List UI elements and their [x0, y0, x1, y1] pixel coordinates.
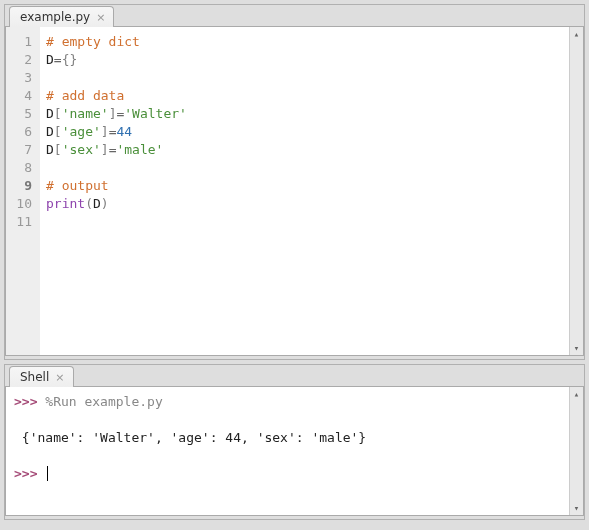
line-number: 5	[10, 105, 32, 123]
code-line: D['sex']='male'	[46, 141, 569, 159]
line-number: 1	[10, 33, 32, 51]
code-line: # add data	[46, 87, 569, 105]
line-number: 6	[10, 123, 32, 141]
editor-content: 1234567891011 # empty dictD={} # add dat…	[5, 26, 584, 356]
editor-tab-label: example.py	[20, 10, 90, 24]
editor-tab[interactable]: example.py ×	[9, 6, 114, 27]
shell-line: >>> %Run example.py	[14, 393, 569, 411]
close-icon[interactable]: ×	[96, 12, 105, 23]
line-number: 4	[10, 87, 32, 105]
line-number: 8	[10, 159, 32, 177]
line-number: 11	[10, 213, 32, 231]
close-icon[interactable]: ×	[55, 372, 64, 383]
scrollbar-up-icon[interactable]: ▴	[570, 387, 583, 401]
code-line: # output	[46, 177, 569, 195]
scrollbar-down-icon[interactable]: ▾	[570, 501, 583, 515]
code-line: print(D)	[46, 195, 569, 213]
code-line: D={}	[46, 51, 569, 69]
cursor	[47, 466, 48, 481]
editor-scrollbar[interactable]: ▴ ▾	[569, 27, 583, 355]
line-number: 3	[10, 69, 32, 87]
line-number: 9	[10, 177, 32, 195]
scrollbar-up-icon[interactable]: ▴	[570, 27, 583, 41]
line-number: 10	[10, 195, 32, 213]
code-line	[46, 213, 569, 231]
shell-scrollbar[interactable]: ▴ ▾	[569, 387, 583, 515]
line-number: 2	[10, 51, 32, 69]
scrollbar-down-icon[interactable]: ▾	[570, 341, 583, 355]
shell-panel: Shell × >>> %Run example.py {'name': 'Wa…	[4, 364, 585, 520]
code-line	[46, 159, 569, 177]
shell-tab-label: Shell	[20, 370, 49, 384]
shell-area[interactable]: >>> %Run example.py {'name': 'Walter', '…	[6, 387, 569, 515]
editor-panel: example.py × 1234567891011 # empty dictD…	[4, 4, 585, 360]
code-line	[46, 69, 569, 87]
code-area[interactable]: # empty dictD={} # add dataD['name']='Wa…	[40, 27, 569, 355]
shell-prompt-line[interactable]: >>>	[14, 465, 569, 483]
shell-tab[interactable]: Shell ×	[9, 366, 74, 387]
code-line: # empty dict	[46, 33, 569, 51]
code-line: D['age']=44	[46, 123, 569, 141]
line-number: 7	[10, 141, 32, 159]
shell-output: {'name': 'Walter', 'age': 44, 'sex': 'ma…	[14, 429, 569, 447]
code-line: D['name']='Walter'	[46, 105, 569, 123]
line-gutter: 1234567891011	[6, 27, 40, 355]
shell-content: >>> %Run example.py {'name': 'Walter', '…	[5, 386, 584, 516]
